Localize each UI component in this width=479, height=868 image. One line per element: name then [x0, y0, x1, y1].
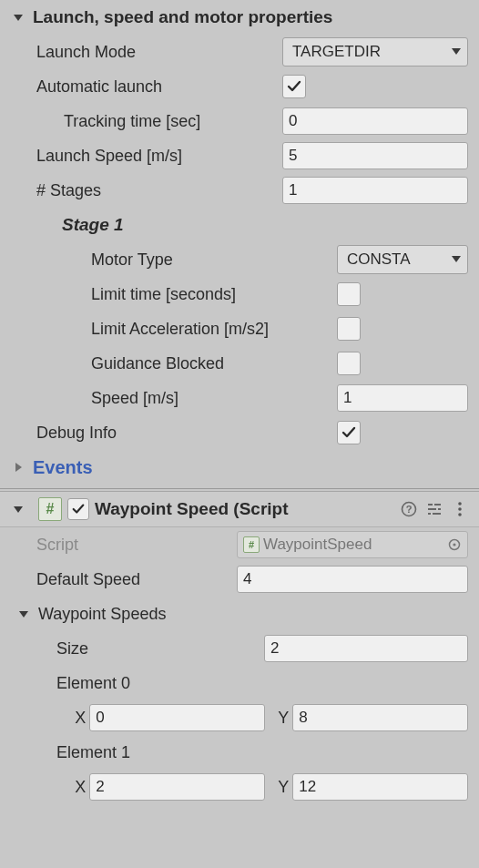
events-row[interactable]: Events: [0, 450, 479, 485]
default-speed-input[interactable]: [237, 566, 468, 593]
element0-header-row: Element 0: [0, 666, 479, 700]
divider: [0, 488, 479, 489]
size-input[interactable]: [264, 635, 468, 662]
stages-row: # Stages: [0, 173, 479, 208]
element1-y-input[interactable]: [292, 773, 468, 801]
element0-x-label: X: [71, 709, 89, 728]
svg-rect-7: [433, 513, 441, 515]
default-speed-label: Default Speed: [0, 570, 237, 589]
svg-point-9: [458, 507, 462, 511]
svg-rect-3: [434, 504, 441, 505]
element0-x-input[interactable]: [89, 704, 265, 731]
foldout-down-icon: [9, 500, 27, 518]
debug-info-checkbox[interactable]: [337, 421, 361, 444]
element0-label: Element 0: [0, 674, 130, 693]
limit-accel-checkbox[interactable]: [337, 317, 361, 341]
stage-speed-label: Speed [m/s]: [0, 389, 337, 408]
launch-header: Launch, speed and motor properties: [33, 7, 332, 27]
automatic-launch-label: Automatic launch: [0, 77, 282, 97]
svg-text:?: ?: [406, 504, 413, 515]
csharp-script-icon: #: [243, 536, 260, 553]
guidance-blocked-row: Guidance Blocked: [0, 346, 479, 381]
limit-accel-row: Limit Acceleration [m/s2]: [0, 311, 479, 346]
svg-rect-2: [428, 504, 433, 505]
element1-header-row: Element 1: [0, 735, 479, 770]
stage-speed-row: Speed [m/s]: [0, 381, 479, 415]
automatic-launch-row: Automatic launch: [0, 69, 479, 104]
automatic-launch-checkbox[interactable]: [282, 75, 306, 98]
launch-mode-label: Launch Mode: [0, 43, 282, 62]
limit-accel-label: Limit Acceleration [m/s2]: [0, 320, 337, 339]
events-label: Events: [33, 457, 93, 478]
stages-input[interactable]: [282, 177, 468, 204]
element1-y-label: Y: [274, 778, 292, 797]
stage-speed-input[interactable]: [337, 384, 468, 412]
help-icon[interactable]: ?: [399, 499, 419, 519]
launch-header-row[interactable]: Launch, speed and motor properties: [0, 0, 479, 35]
svg-point-10: [458, 513, 462, 516]
script-row: Script # WaypointSpeed: [0, 527, 479, 562]
limit-time-checkbox[interactable]: [337, 282, 361, 306]
svg-point-12: [453, 543, 455, 546]
stages-label: # Stages: [0, 181, 282, 200]
script-label: Script: [0, 536, 237, 555]
kebab-menu-icon[interactable]: [450, 499, 470, 519]
launch-speed-label: Launch Speed [m/s]: [0, 147, 282, 166]
element1-x-label: X: [71, 778, 89, 797]
waypoint-speeds-label: Waypoint Speeds: [38, 605, 166, 624]
tracking-time-input[interactable]: [282, 107, 468, 135]
size-row: Size: [0, 631, 479, 666]
element1-label: Element 1: [0, 743, 130, 762]
motor-type-row: Motor Type CONSTA: [0, 242, 479, 277]
motor-type-dropdown[interactable]: CONSTA: [337, 245, 468, 274]
default-speed-row: Default Speed: [0, 562, 479, 597]
object-picker-icon[interactable]: [445, 536, 464, 554]
foldout-right-icon: [9, 458, 27, 476]
dropdown-value: CONSTA: [347, 250, 411, 269]
svg-rect-6: [428, 513, 431, 515]
debug-info-label: Debug Info: [0, 424, 337, 443]
launch-mode-dropdown[interactable]: TARGETDIR: [282, 37, 468, 66]
component-title: Waypoint Speed (Script: [95, 499, 393, 519]
svg-point-8: [458, 502, 462, 505]
launch-mode-row: Launch Mode TARGETDIR: [0, 35, 479, 69]
element1-xy-row: X Y: [0, 770, 479, 804]
guidance-blocked-checkbox[interactable]: [337, 352, 361, 375]
script-value: WaypointSpeed: [263, 536, 445, 554]
launch-speed-row: Launch Speed [m/s]: [0, 138, 479, 173]
limit-time-label: Limit time [seconds]: [0, 285, 337, 304]
dropdown-value: TARGETDIR: [292, 43, 381, 61]
chevron-down-icon: [451, 43, 462, 61]
tracking-time-row: Tracking time [sec]: [0, 104, 479, 138]
size-label: Size: [0, 639, 264, 659]
tracking-time-label: Tracking time [sec]: [0, 112, 282, 131]
launch-speed-input[interactable]: [282, 142, 468, 169]
element0-y-input[interactable]: [292, 704, 468, 731]
csharp-script-icon: #: [38, 497, 62, 521]
svg-rect-4: [428, 508, 436, 510]
element0-xy-row: X Y: [0, 700, 479, 735]
element0-y-label: Y: [274, 709, 292, 728]
component-enabled-checkbox[interactable]: [67, 498, 89, 520]
preset-icon[interactable]: [424, 499, 444, 519]
stage1-header-row: Stage 1: [0, 208, 479, 242]
foldout-down-icon: [9, 8, 27, 26]
waypoint-component-header[interactable]: # Waypoint Speed (Script ?: [0, 491, 479, 527]
script-object-field: # WaypointSpeed: [237, 531, 468, 558]
waypoint-speeds-row[interactable]: Waypoint Speeds: [0, 597, 479, 631]
chevron-down-icon: [451, 250, 462, 269]
svg-rect-5: [438, 508, 441, 510]
guidance-blocked-label: Guidance Blocked: [0, 354, 337, 373]
motor-type-label: Motor Type: [0, 250, 337, 270]
foldout-down-icon: [15, 605, 33, 623]
element1-x-input[interactable]: [89, 773, 265, 801]
stage1-header: Stage 1: [0, 215, 124, 235]
limit-time-row: Limit time [seconds]: [0, 277, 479, 311]
debug-info-row: Debug Info: [0, 415, 479, 450]
